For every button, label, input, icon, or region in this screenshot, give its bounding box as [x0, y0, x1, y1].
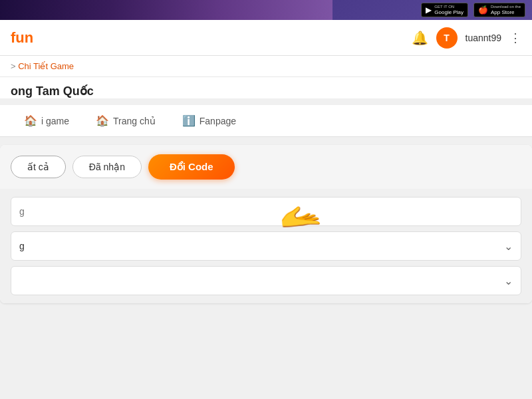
tab-game-info[interactable]: 🏠 i game	[11, 110, 82, 131]
breadcrumb: > Chi Tiết Game	[0, 56, 532, 77]
dropdown-server[interactable]: g ⌄	[11, 231, 521, 261]
breadcrumb-separator: >	[11, 61, 16, 71]
filter-bar: ất cả Đã nhận Đổi Code 🫴	[0, 145, 532, 189]
banner: ▶ GET IT ON Google Play 🍎 Download on th…	[0, 0, 532, 20]
header-right: 🔔 T tuannt99 ⋮	[412, 27, 522, 49]
dropdown-server-value: g	[19, 241, 25, 251]
page-title: ong Tam Quốc	[11, 84, 521, 98]
logo: fun	[11, 29, 412, 47]
more-options-icon[interactable]: ⋮	[509, 31, 521, 45]
dropdown-character[interactable]: ⌄	[11, 266, 521, 295]
fanpage-icon: ℹ️	[182, 114, 196, 127]
google-play-badge[interactable]: ▶ GET IT ON Google Play	[421, 3, 468, 18]
tab-trang-chu-label: Trang chủ	[113, 116, 156, 126]
dropdown-character-arrow-icon: ⌄	[504, 275, 513, 287]
google-play-text: GET IT ON Google Play	[434, 5, 464, 16]
banner-art	[0, 0, 332, 20]
page-title-area: ong Tam Quốc	[0, 77, 532, 98]
app-store-text: Download on the App Store	[491, 5, 521, 16]
google-play-icon: ▶	[426, 5, 432, 15]
nav-tabs: 🏠 i game 🏠 Trang chủ ℹ️ Fanpage	[0, 105, 532, 137]
exchange-code-button[interactable]: Đổi Code	[148, 154, 235, 180]
notification-bell-icon[interactable]: 🔔	[412, 30, 428, 46]
username-label: tuannt99	[466, 33, 502, 43]
avatar[interactable]: T	[436, 27, 458, 49]
apple-icon: 🍎	[478, 5, 488, 15]
tab-fanpage-label: Fanpage	[200, 116, 236, 126]
trang-chu-icon: 🏠	[96, 114, 109, 127]
app-store-badge[interactable]: 🍎 Download on the App Store	[473, 3, 525, 18]
tab-trang-chu[interactable]: 🏠 Trang chủ	[82, 110, 169, 131]
game-info-icon: 🏠	[24, 114, 37, 127]
tab-game-info-label: i game	[41, 116, 69, 126]
header: fun 🔔 T tuannt99 ⋮	[0, 20, 532, 56]
main-card: ất cả Đã nhận Đổi Code 🫴 g ⌄	[0, 145, 532, 303]
filter-received-button[interactable]: Đã nhận	[72, 156, 142, 178]
dropdown-server-arrow-icon: ⌄	[504, 240, 513, 253]
server-input[interactable]	[11, 197, 521, 226]
tab-fanpage[interactable]: ℹ️ Fanpage	[169, 110, 249, 131]
filter-all-button[interactable]: ất cả	[11, 156, 66, 178]
breadcrumb-link[interactable]: Chi Tiết Game	[18, 61, 74, 71]
